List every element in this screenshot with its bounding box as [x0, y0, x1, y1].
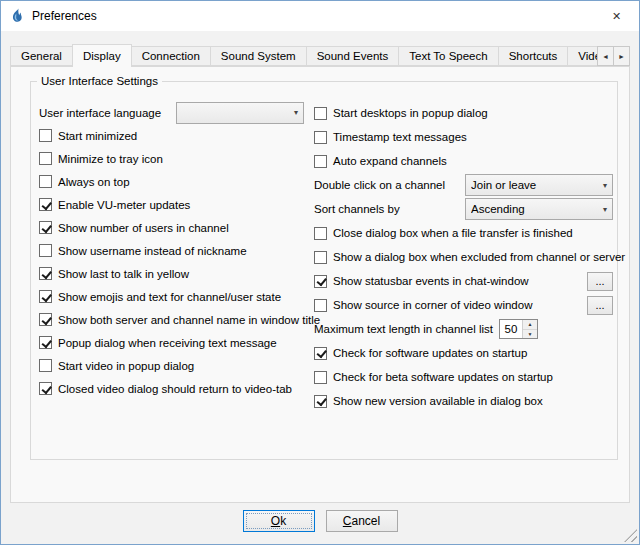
dialog-body: General Display Connection Sound System …	[1, 31, 639, 544]
checkbox-statusbar-events[interactable]	[314, 275, 327, 288]
checkbox-auto-expand-channels[interactable]: Auto expand channels	[314, 149, 613, 173]
checkbox-box[interactable]	[314, 395, 327, 408]
checkbox-label: Popup dialog when receiving text message	[58, 337, 277, 349]
checkbox-box[interactable]	[39, 221, 52, 234]
checkbox-always-on-top[interactable]: Always on top	[39, 170, 304, 193]
max-text-length-spinbox[interactable]: 50 ▲ ▼	[499, 319, 538, 339]
window-title: Preferences	[32, 9, 594, 23]
checkbox-box[interactable]	[39, 313, 52, 326]
preferences-tabbar: General Display Connection Sound System …	[10, 44, 606, 67]
checkbox-box[interactable]	[39, 382, 52, 395]
tab-shortcuts[interactable]: Shortcuts	[498, 46, 569, 66]
checkbox-dialog-when-excluded[interactable]: Show a dialog box when excluded from cha…	[314, 245, 613, 269]
app-icon	[9, 8, 25, 24]
double-click-combo-value: Join or leave	[471, 179, 599, 191]
checkbox-box[interactable]	[39, 267, 52, 280]
checkbox-label: Show source in corner of video window	[333, 299, 532, 311]
close-icon: ✕	[612, 10, 621, 23]
chevron-down-icon: ▾	[603, 181, 607, 190]
checkbox-label: Enable VU-meter updates	[58, 199, 190, 211]
display-tab-page: User Interface Settings User interface l…	[10, 66, 630, 503]
checkbox-timestamp-messages[interactable]: Timestamp text messages	[314, 125, 613, 149]
checkbox-box[interactable]	[314, 347, 327, 360]
checkbox-label: Timestamp text messages	[333, 131, 467, 143]
checkbox-box[interactable]	[314, 107, 327, 120]
checkbox-popup-text-message[interactable]: Popup dialog when receiving text message	[39, 331, 304, 354]
checkbox-software-updates[interactable]: Check for software updates on startup	[314, 341, 613, 365]
close-button[interactable]: ✕	[594, 1, 639, 31]
max-text-length-row: Maximum text length in channel list 50 ▲…	[314, 317, 613, 341]
checkbox-label: Start video in popup dialog	[58, 360, 194, 372]
checkbox-label: Show both server and channel name in win…	[58, 314, 320, 326]
checkbox-box[interactable]	[39, 175, 52, 188]
chevron-down-icon: ▾	[294, 108, 298, 117]
spin-up-button[interactable]: ▲	[523, 320, 537, 330]
checkbox-username-instead-nickname[interactable]: Show username instead of nickname	[39, 239, 304, 262]
language-label: User interface language	[39, 107, 161, 119]
checkbox-box[interactable]	[39, 152, 52, 165]
checkbox-minimize-to-tray[interactable]: Minimize to tray icon	[39, 147, 304, 170]
scroll-left-icon: ◄	[602, 53, 609, 60]
dialog-footer: Ok Cancel	[1, 510, 639, 532]
checkbox-box[interactable]	[314, 371, 327, 384]
statusbar-events-row: Show statusbar events in chat-window ...	[314, 269, 613, 293]
checkbox-label: Show username instead of nickname	[58, 245, 247, 257]
checkbox-box[interactable]	[39, 244, 52, 257]
checkbox-box[interactable]	[39, 359, 52, 372]
checkbox-label: Show last to talk in yellow	[58, 268, 189, 280]
ok-button[interactable]: Ok	[243, 510, 315, 532]
checkbox-last-talk-yellow[interactable]: Show last to talk in yellow	[39, 262, 304, 285]
double-click-combo[interactable]: Join or leave ▾	[465, 174, 613, 196]
tab-scroll-left-button[interactable]: ◄	[597, 46, 614, 66]
checkbox-label: Show statusbar events in chat-window	[333, 275, 529, 287]
checkbox-video-popup[interactable]: Start video in popup dialog	[39, 354, 304, 377]
sort-channels-combo[interactable]: Ascending ▾	[465, 198, 613, 220]
checkbox-emojis-text-state[interactable]: Show emojis and text for channel/user st…	[39, 285, 304, 308]
checkbox-box[interactable]	[39, 290, 52, 303]
checkbox-label: Show number of users in channel	[58, 222, 229, 234]
tab-connection[interactable]: Connection	[131, 46, 211, 66]
tab-sound-system[interactable]: Sound System	[210, 46, 307, 66]
checkbox-video-return-tab[interactable]: Closed video dialog should return to vid…	[39, 377, 304, 400]
titlebar[interactable]: Preferences ✕	[1, 1, 639, 31]
checkbox-label: Start desktops in popup dialog	[333, 107, 488, 119]
sort-channels-label: Sort channels by	[314, 203, 400, 215]
checkbox-box[interactable]	[39, 336, 52, 349]
user-interface-settings-group: User Interface Settings User interface l…	[30, 75, 618, 460]
statusbar-events-config-button[interactable]: ...	[587, 272, 613, 291]
video-source-row: Show source in corner of video window ..…	[314, 293, 613, 317]
checkbox-server-channel-in-title[interactable]: Show both server and channel name in win…	[39, 308, 304, 331]
double-click-label: Double click on a channel	[314, 179, 445, 191]
tab-general[interactable]: General	[10, 46, 73, 66]
checkbox-box[interactable]	[39, 129, 52, 142]
checkbox-box[interactable]	[39, 198, 52, 211]
spinbox-value: 50	[500, 320, 522, 338]
checkbox-label: Auto expand channels	[333, 155, 447, 167]
cancel-button-label: Cancel	[343, 514, 380, 528]
checkbox-close-on-transfer-finished[interactable]: Close dialog box when a file transfer is…	[314, 221, 613, 245]
sort-channels-row: Sort channels by Ascending ▾	[314, 197, 613, 221]
checkbox-label: Closed video dialog should return to vid…	[58, 383, 292, 395]
checkbox-vu-meter-updates[interactable]: Enable VU-meter updates	[39, 193, 304, 216]
double-click-row: Double click on a channel Join or leave …	[314, 173, 613, 197]
language-combo[interactable]: ▾	[176, 102, 304, 124]
chevron-down-icon: ▾	[603, 205, 607, 214]
tab-scroll-right-button[interactable]: ►	[613, 46, 630, 66]
checkbox-beta-updates[interactable]: Check for beta software updates on start…	[314, 365, 613, 389]
tab-sound-events[interactable]: Sound Events	[306, 46, 400, 66]
checkbox-box[interactable]	[314, 131, 327, 144]
checkbox-new-version-dialog[interactable]: Show new version available in dialog box	[314, 389, 613, 413]
spin-down-button[interactable]: ▼	[523, 330, 537, 339]
checkbox-start-minimized[interactable]: Start minimized	[39, 124, 304, 147]
checkbox-video-source-corner[interactable]	[314, 299, 327, 312]
checkbox-desktops-popup[interactable]: Start desktops in popup dialog	[314, 101, 613, 125]
tab-text-to-speech[interactable]: Text To Speech	[398, 46, 498, 66]
checkbox-label: Check for software updates on startup	[333, 347, 527, 359]
checkbox-box[interactable]	[314, 227, 327, 240]
checkbox-box[interactable]	[314, 251, 327, 264]
checkbox-show-user-count[interactable]: Show number of users in channel	[39, 216, 304, 239]
tab-display[interactable]: Display	[72, 44, 132, 67]
checkbox-box[interactable]	[314, 155, 327, 168]
video-source-config-button[interactable]: ...	[587, 296, 613, 315]
cancel-button[interactable]: Cancel	[326, 510, 398, 532]
